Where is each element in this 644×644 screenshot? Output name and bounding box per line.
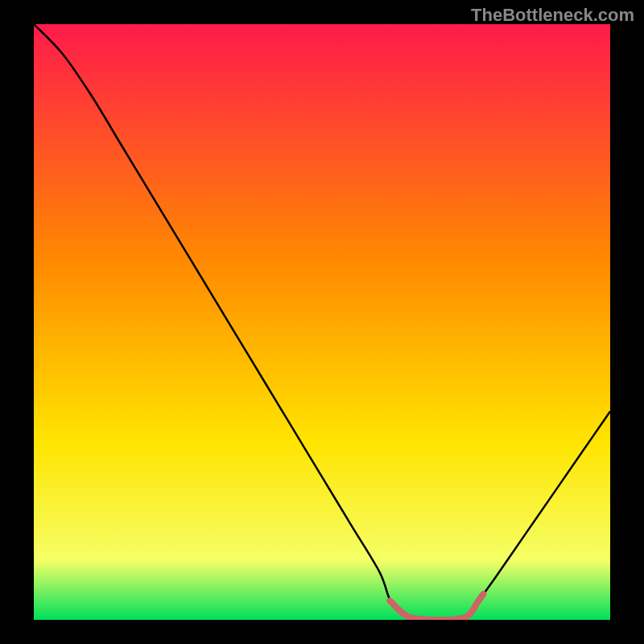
chart-canvas <box>34 24 610 620</box>
watermark-text: TheBottleneck.com <box>471 5 634 26</box>
gradient-background <box>34 24 610 620</box>
chart-svg <box>34 24 610 620</box>
